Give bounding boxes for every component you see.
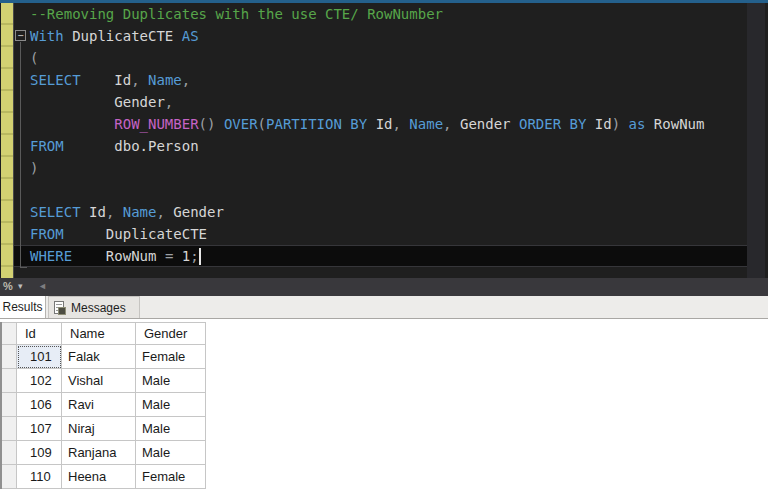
row-header[interactable]	[1, 465, 17, 489]
code-line[interactable]	[30, 179, 747, 201]
table-row: 110HeenaFemale	[1, 465, 206, 489]
scroll-left-icon[interactable]: ◄	[38, 281, 47, 291]
grid-corner-header[interactable]	[1, 323, 17, 345]
grid-cell[interactable]: Ravi	[62, 393, 136, 417]
grid-cell[interactable]: Falak	[62, 345, 136, 369]
grid-cell[interactable]: 107	[17, 417, 62, 441]
zoom-dropdown-icon[interactable]: ▾	[18, 281, 23, 291]
table-row: 101FalakFemale	[1, 345, 206, 369]
grid-cell[interactable]: 109	[17, 441, 62, 465]
row-header[interactable]	[1, 369, 17, 393]
text-cursor	[199, 248, 201, 265]
grid-cell[interactable]: 106	[17, 393, 62, 417]
grid-cell[interactable]: Ranjana	[62, 441, 136, 465]
tab-messages[interactable]: Messages	[48, 296, 140, 318]
code-line[interactable]: (	[30, 47, 747, 69]
fold-region-line	[20, 42, 27, 268]
column-header-name[interactable]: Name	[62, 323, 136, 345]
fold-collapse-toggle-icon[interactable]: −	[15, 30, 26, 41]
grid-cell[interactable]: 101	[17, 345, 62, 369]
row-header[interactable]	[1, 417, 17, 441]
change-tracking-bar	[1, 3, 13, 278]
tab-messages-label: Messages	[71, 301, 126, 315]
messages-icon	[54, 301, 64, 314]
tab-results[interactable]: Results	[0, 296, 46, 318]
grid-cell[interactable]: Male	[136, 369, 206, 393]
code-line[interactable]: WHERE RowNum = 1;	[30, 245, 747, 267]
grid-cell[interactable]: Niraj	[62, 417, 136, 441]
code-line[interactable]: With DuplicateCTE AS	[30, 25, 747, 47]
code-line[interactable]: --Removing Duplicates with the use CTE/ …	[30, 3, 747, 25]
table-row: 107NirajMale	[1, 417, 206, 441]
row-header[interactable]	[1, 441, 17, 465]
code-line[interactable]: SELECT Id, Name,	[30, 69, 747, 91]
sql-editor[interactable]: − --Removing Duplicates with the use CTE…	[0, 0, 768, 296]
ssms-window: − --Removing Duplicates with the use CTE…	[0, 0, 768, 495]
results-grid[interactable]: IdNameGender101FalakFemale102VishalMale1…	[0, 322, 206, 489]
sql-code[interactable]: --Removing Duplicates with the use CTE/ …	[30, 3, 747, 267]
grid-cell[interactable]: Male	[136, 417, 206, 441]
editor-hscrollbar[interactable]: % ▾ ◄	[0, 278, 768, 296]
row-header[interactable]	[1, 393, 17, 417]
grid-cell[interactable]: Vishal	[62, 369, 136, 393]
table-row: 102VishalMale	[1, 369, 206, 393]
zoom-percent-label: %	[3, 280, 13, 292]
code-line[interactable]: ROW_NUMBER() OVER(PARTITION BY Id, Name,…	[30, 113, 747, 135]
column-header-id[interactable]: Id	[17, 323, 62, 345]
code-line[interactable]: FROM dbo.Person	[30, 135, 747, 157]
results-pane: IdNameGender101FalakFemale102VishalMale1…	[0, 319, 768, 495]
grid-cell[interactable]: Male	[136, 441, 206, 465]
code-line[interactable]: FROM DuplicateCTE	[30, 223, 747, 245]
grid-cell[interactable]: Female	[136, 345, 206, 369]
code-line[interactable]: SELECT Id, Name, Gender	[30, 201, 747, 223]
gutter-separator	[13, 3, 14, 278]
grid-cell[interactable]: 102	[17, 369, 62, 393]
grid-cell[interactable]: Male	[136, 393, 206, 417]
grid-cell[interactable]: Heena	[62, 465, 136, 489]
grid-cell[interactable]: Female	[136, 465, 206, 489]
grid-cell[interactable]: 110	[17, 465, 62, 489]
table-row: 109RanjanaMale	[1, 441, 206, 465]
code-line[interactable]: Gender,	[30, 91, 747, 113]
table-row: 106RaviMale	[1, 393, 206, 417]
results-tabstrip: Results Messages	[0, 296, 768, 319]
code-line[interactable]: )	[30, 157, 747, 179]
editor-vscrollbar[interactable]	[747, 3, 765, 278]
column-header-gender[interactable]: Gender	[136, 323, 206, 345]
row-header[interactable]	[1, 345, 17, 369]
